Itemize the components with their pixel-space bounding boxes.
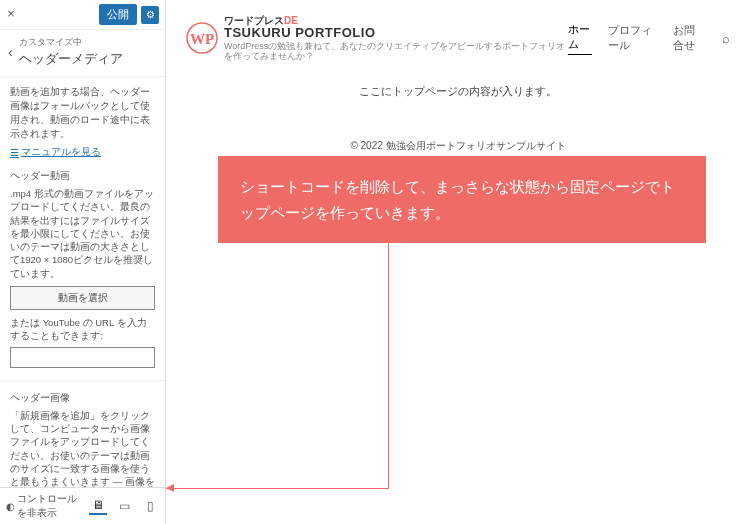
youtube-help: または YouTube の URL を入力することもできます: xyxy=(10,316,155,343)
manual-link[interactable]: ☰マニュアルを見る xyxy=(10,145,101,159)
panel-header: ‹ カスタマイズ中 ヘッダーメディア xyxy=(0,30,165,77)
video-help: .mp4 形式の動画ファイルをアップロードしてください。最良の結果を出すにはファ… xyxy=(10,187,155,280)
customizer-topbar: × 公開 ⚙ xyxy=(0,0,165,30)
image-help: 「新規画像を追加」をクリックして、コンピューターから画像ファイルをアップロードし… xyxy=(10,409,155,487)
intro-text: 動画を追加する場合、ヘッダー画像はフォールバックとして使用され、動画のロード途中… xyxy=(10,85,155,141)
desktop-icon[interactable]: 🖥 xyxy=(89,497,107,515)
publish-button[interactable]: 公開 xyxy=(99,4,137,25)
panel-title: ヘッダーメディア xyxy=(19,50,157,68)
mobile-icon[interactable]: ▯ xyxy=(141,497,159,515)
copyright: © 2022 勉強会用ポートフォリオサンプルサイト xyxy=(186,139,730,153)
nav-contact[interactable]: お問合せ xyxy=(673,23,706,53)
wp-logo-icon: WP xyxy=(186,22,218,54)
annotation-connector xyxy=(388,228,389,488)
video-section-label: ヘッダー動画 xyxy=(10,169,155,183)
gear-icon[interactable]: ⚙ xyxy=(141,6,159,24)
site-header: WP ワードプレスDE TSUKURU PORTFOLIO WordPressの… xyxy=(186,10,730,70)
annotation-arrow-icon xyxy=(166,484,174,492)
customizer-sidebar: × 公開 ⚙ ‹ カスタマイズ中 ヘッダーメディア 動画を追加する場合、ヘッダー… xyxy=(0,0,166,524)
youtube-url-input[interactable] xyxy=(10,347,155,368)
panel-body: 動画を追加する場合、ヘッダー画像はフォールバックとして使用され、動画のロード途中… xyxy=(0,77,165,487)
select-video-button[interactable]: 動画を選択 xyxy=(10,286,155,310)
nav-home[interactable]: ホーム xyxy=(568,22,592,55)
page-content: ここにトップページの内容が入ります。 xyxy=(186,84,730,99)
tablet-icon[interactable]: ▭ xyxy=(115,497,133,515)
annotation-callout: ショートコードを削除して、まっさらな状態から固定ページでトップページを作っていき… xyxy=(218,156,706,243)
annotation-connector xyxy=(166,488,389,489)
hide-controls[interactable]: ◐コントロールを非表示 xyxy=(6,492,81,520)
site-brand[interactable]: WP ワードプレスDE TSUKURU PORTFOLIO WordPressの… xyxy=(186,14,568,62)
customizer-footer: ◐コントロールを非表示 🖥 ▭ ▯ xyxy=(0,487,165,524)
primary-nav: ホーム プロフィール お問合せ ⌕ xyxy=(568,22,730,55)
site-preview: WP ワードプレスDE TSUKURU PORTFOLIO WordPressの… xyxy=(166,0,750,524)
svg-text:WP: WP xyxy=(190,31,214,47)
back-icon[interactable]: ‹ xyxy=(8,44,13,60)
breadcrumb: カスタマイズ中 xyxy=(19,36,157,49)
search-icon[interactable]: ⌕ xyxy=(722,31,730,46)
close-icon[interactable]: × xyxy=(4,6,18,21)
site-tagline: WordPressの勉強も兼ねて、あなたのクリエイティブをアピールするポートフォ… xyxy=(224,42,568,62)
nav-profile[interactable]: プロフィール xyxy=(608,23,657,53)
image-section-label: ヘッダー画像 xyxy=(10,391,155,405)
brand-name: TSUKURU PORTFOLIO xyxy=(224,26,568,40)
